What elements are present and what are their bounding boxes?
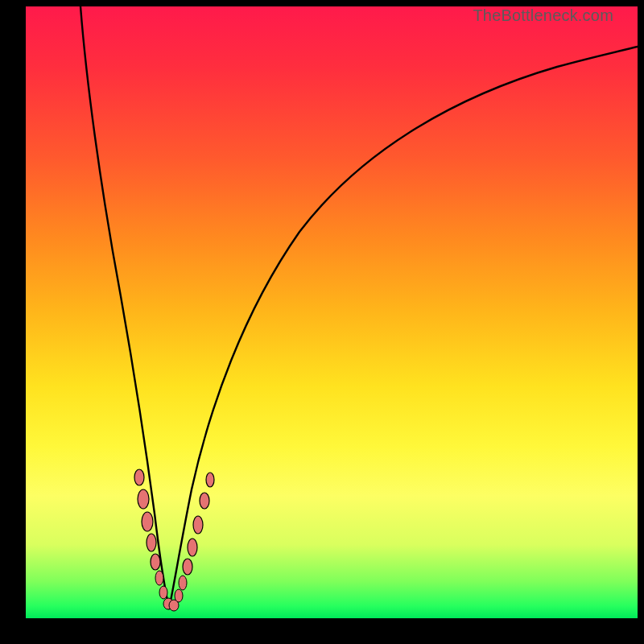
plot-area xyxy=(26,6,638,618)
curves-svg xyxy=(26,6,638,618)
bead xyxy=(188,539,197,556)
bead xyxy=(200,493,209,509)
bead xyxy=(151,554,160,570)
bead xyxy=(147,534,156,551)
bead xyxy=(206,473,214,487)
bead xyxy=(134,469,144,485)
bead xyxy=(175,589,183,602)
bead xyxy=(155,571,163,585)
bead xyxy=(159,586,167,599)
bead xyxy=(183,559,192,575)
bead xyxy=(179,576,187,590)
bead xyxy=(138,489,149,509)
curve-left xyxy=(80,6,169,609)
curve-right xyxy=(169,47,638,609)
bead xyxy=(142,512,153,531)
chart-frame: TheBottleneck.com xyxy=(0,0,644,644)
bead xyxy=(193,516,203,534)
